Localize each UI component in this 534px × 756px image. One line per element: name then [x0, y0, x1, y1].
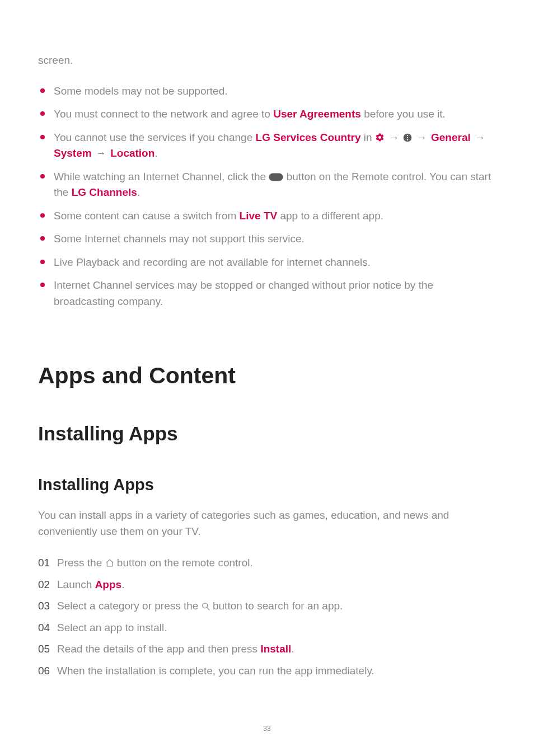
apps-label: Apps	[95, 579, 122, 590]
sub-heading: Installing Apps	[38, 422, 496, 445]
list-item: You cannot use the services if you chang…	[38, 130, 496, 162]
bullet-text: You cannot use the services if you chang…	[54, 132, 256, 143]
page-number: 33	[0, 725, 534, 732]
step-number: 01	[38, 555, 50, 571]
bullet-text: Live Playback and recording are not avai…	[54, 256, 371, 268]
step-text: Select a category or press the	[57, 600, 202, 612]
step-number: 02	[38, 577, 50, 593]
step-number: 05	[38, 641, 50, 658]
list-item: Internet Channel services may be stopped…	[38, 278, 496, 309]
step-item: 01 Press the button on the remote contro…	[38, 555, 496, 571]
lead-text: screen.	[38, 53, 496, 68]
arrow-icon: →	[96, 147, 106, 159]
bullet-text: app to a different app.	[277, 210, 383, 222]
bullet-text: .	[154, 147, 157, 159]
step-text: button on the remote control.	[114, 557, 253, 569]
svg-point-2	[407, 137, 408, 138]
bullet-text: While watching an Internet Channel, clic…	[54, 171, 269, 182]
step-text: When the installation is complete, you c…	[57, 665, 374, 677]
install-label: Install	[260, 643, 291, 655]
step-item: 05 Read the details of the app and then …	[38, 641, 496, 658]
home-icon	[105, 558, 114, 567]
svg-point-3	[407, 139, 408, 140]
system-label: System	[54, 147, 92, 159]
general-label: General	[431, 132, 471, 143]
more-dots-icon	[403, 133, 412, 142]
list-item: Some Internet channels may not support t…	[38, 231, 496, 247]
arrow-icon: →	[475, 132, 485, 143]
step-number: 03	[38, 598, 50, 614]
step-item: 06 When the installation is complete, yo…	[38, 663, 496, 679]
lg-channels-label: LG Channels	[72, 186, 137, 198]
description-text: You can install apps in a variety of cat…	[38, 508, 496, 539]
step-text: Launch	[57, 579, 95, 590]
step-text: Select an app to install.	[57, 622, 167, 633]
arrow-icon: →	[388, 132, 399, 143]
switch-icon	[269, 173, 283, 181]
step-number: 04	[38, 620, 50, 636]
bullet-text: Internet Channel services may be stopped…	[54, 279, 433, 307]
svg-rect-4	[269, 173, 283, 181]
svg-point-1	[407, 135, 408, 136]
list-item: Live Playback and recording are not avai…	[38, 255, 496, 271]
step-number: 06	[38, 663, 50, 679]
list-item: Some models may not be supported.	[38, 83, 496, 100]
list-item: Some content can cause a switch from Liv…	[38, 208, 496, 224]
bullet-list: Some models may not be supported. You mu…	[38, 83, 496, 310]
svg-line-6	[207, 608, 209, 610]
steps-list: 01 Press the button on the remote contro…	[38, 555, 496, 679]
step-item: 04 Select an app to install.	[38, 620, 496, 636]
bullet-text: in	[361, 132, 375, 143]
section-heading: Apps and Content	[38, 363, 496, 389]
bullet-text: You must connect to the network and agre…	[54, 108, 273, 120]
bullet-text: before you use it.	[361, 108, 446, 120]
step-text: .	[121, 579, 124, 590]
bullet-text: Some content can cause a switch from	[54, 210, 240, 222]
list-item: While watching an Internet Channel, clic…	[38, 169, 496, 201]
step-text: .	[291, 643, 294, 655]
bullet-text: Some Internet channels may not support t…	[54, 233, 305, 245]
step-text: Press the	[57, 557, 105, 569]
step-text: Read the details of the app and then pre…	[57, 643, 260, 655]
search-icon	[202, 602, 210, 611]
lg-services-country-label: LG Services Country	[256, 132, 361, 143]
subsub-heading: Installing Apps	[38, 476, 496, 494]
user-agreements-label: User Agreements	[273, 108, 361, 120]
bullet-text: Some models may not be supported.	[54, 85, 228, 97]
arrow-icon: →	[416, 132, 427, 143]
list-item: You must connect to the network and agre…	[38, 106, 496, 123]
live-tv-label: Live TV	[240, 210, 278, 222]
step-text: button to search for an app.	[210, 600, 343, 612]
step-item: 02 Launch Apps.	[38, 577, 496, 593]
gear-icon	[375, 133, 385, 142]
location-label: Location	[110, 147, 154, 159]
bullet-text: .	[137, 186, 140, 198]
step-item: 03 Select a category or press the button…	[38, 598, 496, 614]
